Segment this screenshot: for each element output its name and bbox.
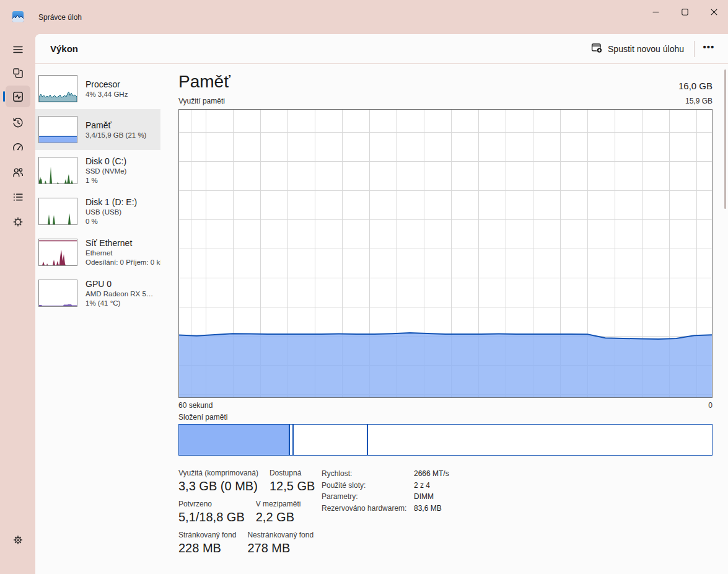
new-task-icon (591, 42, 602, 55)
cpu-title: Procesor (86, 79, 160, 90)
memory-mini-chart (38, 116, 77, 143)
gpu-name: AMD Radeon RX 5… (86, 289, 160, 299)
detail-hw-reserved-label: Rezervováno hardwarem: (322, 504, 414, 513)
memory-usage-area (179, 110, 712, 397)
memory-title: Paměť (86, 120, 160, 131)
detail-form-factor-label: Parametry: (322, 492, 414, 501)
stat-available: Dostupná 12,5 GB (270, 469, 315, 494)
header-divider (694, 41, 695, 57)
performance-icon[interactable] (6, 86, 30, 107)
run-new-task-label: Spustit novou úlohu (608, 44, 684, 54)
maximize-button[interactable] (670, 1, 699, 22)
memory-usage-chart-label: Využití paměti (178, 97, 225, 105)
list-item-ethernet[interactable]: Síť Ethernet Ethernet Odesílání: 0 Příje… (35, 232, 160, 273)
detail-hw-reserved-value: 83,6 MB (414, 504, 449, 513)
composition-segment-in-use[interactable] (178, 424, 289, 456)
composition-segment-standby[interactable] (293, 424, 367, 456)
detail-form-factor-value: DIMM (414, 492, 449, 501)
gpu-title: GPU 0 (86, 278, 160, 289)
minimize-button[interactable] (641, 1, 670, 22)
list-item-gpu[interactable]: GPU 0 AMD Radeon RX 5… 1% (41 °C) (35, 273, 160, 314)
memory-stats: Využitá (komprimovaná) 3,3 GB (0 MB) Dos… (178, 469, 315, 556)
stat-paged-pool: Stránkovaný fond 228 MB (178, 531, 236, 556)
stat-in-use: Využitá (komprimovaná) 3,3 GB (0 MB) (178, 469, 258, 494)
detail-speed-value: 2666 MT/s (414, 469, 449, 479)
selected-tab-indicator (3, 91, 5, 102)
window-title: Správce úloh (38, 0, 82, 34)
app-history-icon[interactable] (6, 112, 30, 133)
time-axis-right: 0 (708, 401, 713, 410)
detail-slots-label: Použité sloty: (322, 481, 414, 490)
disk0-type: SSD (NVMe) (86, 167, 160, 176)
disk1-title: Disk 1 (D: E:) (86, 196, 160, 208)
tab-performance-title: Výkon (50, 43, 78, 54)
users-icon[interactable] (6, 161, 30, 183)
list-item-memory[interactable]: Paměť 3,4/15,9 GB (21 %) (35, 109, 160, 150)
titlebar[interactable]: Správce úloh (0, 0, 728, 34)
detail-speed-label: Rychlost: (322, 469, 414, 479)
services-icon[interactable] (6, 211, 30, 232)
cpu-usage: 4% 3,44 GHz (86, 90, 160, 99)
processes-icon[interactable] (6, 62, 30, 84)
disk0-usage: 1 % (86, 176, 160, 185)
memory-composition-bar (178, 424, 713, 456)
sidebar (0, 34, 35, 574)
stat-committed: Potvrzeno 5,1/18,8 GB (178, 500, 245, 525)
cpu-mini-chart (38, 75, 77, 102)
memory-composition-label: Složení paměti (178, 413, 227, 422)
task-manager-icon (12, 11, 24, 22)
ethernet-mini-chart (38, 239, 77, 266)
disk1-mini-chart (38, 198, 77, 225)
detail-slots-value: 2 z 4 (414, 481, 449, 490)
more-options-button[interactable]: ••• (698, 39, 719, 58)
disk0-mini-chart (38, 157, 77, 184)
settings-icon[interactable] (6, 529, 30, 550)
details-icon[interactable] (6, 186, 30, 208)
time-axis-left: 60 sekund (178, 401, 213, 410)
memory-usage-chart (178, 109, 713, 398)
gpu-usage: 1% (41 °C) (86, 299, 160, 308)
ethernet-title: Síť Ethernet (86, 237, 160, 249)
disk1-type: USB (USB) (86, 208, 160, 217)
list-item-disk1[interactable]: Disk 1 (D: E:) USB (USB) 0 % (35, 191, 160, 232)
scrollbar-thumb[interactable] (724, 69, 726, 209)
close-button[interactable] (699, 1, 728, 22)
memory-usage-chart-max: 15,9 GB (558, 97, 713, 105)
stat-cached: V mezipaměti 2,2 GB (256, 500, 301, 525)
list-item-cpu[interactable]: Procesor 4% 3,44 GHz (35, 68, 160, 109)
disk1-usage: 0 % (86, 217, 160, 226)
task-manager-window: Správce úloh (0, 0, 728, 574)
menu-icon[interactable] (6, 38, 30, 60)
memory-usage: 3,4/15,9 GB (21 %) (86, 131, 160, 140)
disk0-title: Disk 0 (C:) (86, 156, 160, 167)
startup-apps-icon[interactable] (6, 136, 30, 158)
ethernet-type: Ethernet (86, 249, 160, 258)
ethernet-throughput: Odesílání: 0 Příjem: 0 kb/s (86, 258, 160, 267)
stat-non-paged-pool: Nestránkovaný fond 278 MB (247, 531, 314, 556)
gpu-mini-chart (38, 280, 77, 307)
memory-hardware-details: Rychlost: 2666 MT/s Použité sloty: 2 z 4… (322, 469, 449, 513)
composition-segment-free[interactable] (367, 424, 713, 456)
memory-page-title: Paměť (178, 72, 230, 92)
page-header: Výkon Spustit novou úlohu ••• (35, 34, 728, 64)
performance-list: Procesor 4% 3,44 GHz Paměť 3,4/15,9 GB (… (35, 68, 160, 314)
list-item-disk0[interactable]: Disk 0 (C:) SSD (NVMe) 1 % (35, 150, 160, 191)
memory-total-capacity: 16,0 GB (558, 81, 713, 91)
time-axis: 60 sekund 0 (178, 401, 713, 410)
run-new-task-button[interactable]: Spustit novou úlohu (585, 38, 690, 59)
